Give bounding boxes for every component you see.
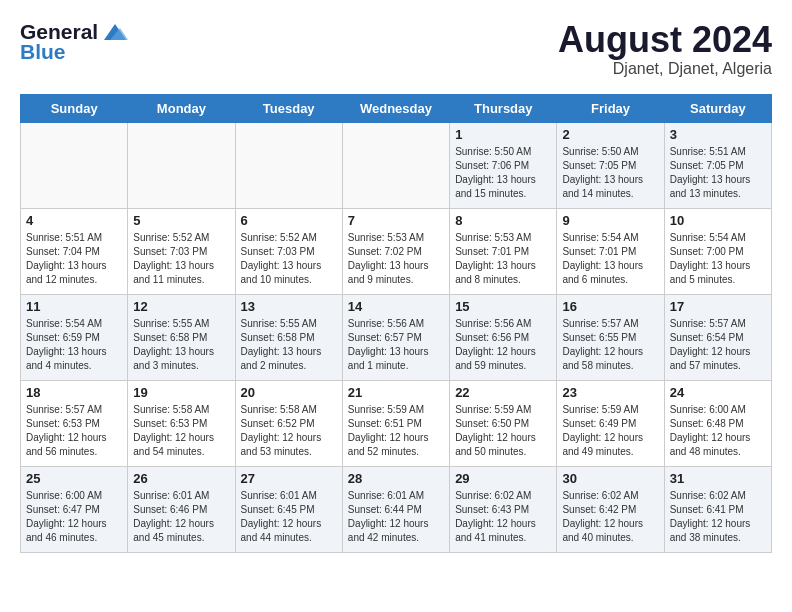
day-number: 14 [348,299,444,314]
weekday-header: Monday [128,94,235,122]
day-number: 13 [241,299,337,314]
cell-sun-info: Sunrise: 6:00 AM Sunset: 6:48 PM Dayligh… [670,403,766,459]
calendar-week-row: 4Sunrise: 5:51 AM Sunset: 7:04 PM Daylig… [21,208,772,294]
calendar-cell: 30Sunrise: 6:02 AM Sunset: 6:42 PM Dayli… [557,466,664,552]
cell-sun-info: Sunrise: 5:50 AM Sunset: 7:06 PM Dayligh… [455,145,551,201]
calendar-week-row: 25Sunrise: 6:00 AM Sunset: 6:47 PM Dayli… [21,466,772,552]
weekday-header-row: SundayMondayTuesdayWednesdayThursdayFrid… [21,94,772,122]
cell-sun-info: Sunrise: 5:54 AM Sunset: 6:59 PM Dayligh… [26,317,122,373]
calendar-cell: 9Sunrise: 5:54 AM Sunset: 7:01 PM Daylig… [557,208,664,294]
calendar-cell: 18Sunrise: 5:57 AM Sunset: 6:53 PM Dayli… [21,380,128,466]
cell-sun-info: Sunrise: 6:02 AM Sunset: 6:41 PM Dayligh… [670,489,766,545]
day-number: 17 [670,299,766,314]
day-number: 26 [133,471,229,486]
cell-sun-info: Sunrise: 5:52 AM Sunset: 7:03 PM Dayligh… [133,231,229,287]
day-number: 30 [562,471,658,486]
calendar-cell: 12Sunrise: 5:55 AM Sunset: 6:58 PM Dayli… [128,294,235,380]
weekday-header: Tuesday [235,94,342,122]
cell-sun-info: Sunrise: 5:50 AM Sunset: 7:05 PM Dayligh… [562,145,658,201]
calendar-cell: 7Sunrise: 5:53 AM Sunset: 7:02 PM Daylig… [342,208,449,294]
cell-sun-info: Sunrise: 6:01 AM Sunset: 6:46 PM Dayligh… [133,489,229,545]
day-number: 4 [26,213,122,228]
calendar-cell: 26Sunrise: 6:01 AM Sunset: 6:46 PM Dayli… [128,466,235,552]
cell-sun-info: Sunrise: 5:52 AM Sunset: 7:03 PM Dayligh… [241,231,337,287]
cell-sun-info: Sunrise: 5:54 AM Sunset: 7:00 PM Dayligh… [670,231,766,287]
cell-sun-info: Sunrise: 5:58 AM Sunset: 6:52 PM Dayligh… [241,403,337,459]
calendar-cell: 11Sunrise: 5:54 AM Sunset: 6:59 PM Dayli… [21,294,128,380]
calendar-cell: 13Sunrise: 5:55 AM Sunset: 6:58 PM Dayli… [235,294,342,380]
cell-sun-info: Sunrise: 5:59 AM Sunset: 6:50 PM Dayligh… [455,403,551,459]
day-number: 28 [348,471,444,486]
cell-sun-info: Sunrise: 6:01 AM Sunset: 6:44 PM Dayligh… [348,489,444,545]
calendar-cell [342,122,449,208]
title-block: August 2024 Djanet, Djanet, Algeria [558,20,772,78]
day-number: 31 [670,471,766,486]
cell-sun-info: Sunrise: 5:53 AM Sunset: 7:02 PM Dayligh… [348,231,444,287]
calendar-cell: 31Sunrise: 6:02 AM Sunset: 6:41 PM Dayli… [664,466,771,552]
calendar-cell [21,122,128,208]
day-number: 29 [455,471,551,486]
cell-sun-info: Sunrise: 5:53 AM Sunset: 7:01 PM Dayligh… [455,231,551,287]
day-number: 22 [455,385,551,400]
weekday-header: Wednesday [342,94,449,122]
cell-sun-info: Sunrise: 5:51 AM Sunset: 7:04 PM Dayligh… [26,231,122,287]
cell-sun-info: Sunrise: 5:54 AM Sunset: 7:01 PM Dayligh… [562,231,658,287]
cell-sun-info: Sunrise: 5:55 AM Sunset: 6:58 PM Dayligh… [133,317,229,373]
day-number: 9 [562,213,658,228]
logo-icon [100,22,130,42]
cell-sun-info: Sunrise: 6:02 AM Sunset: 6:42 PM Dayligh… [562,489,658,545]
weekday-header: Sunday [21,94,128,122]
day-number: 18 [26,385,122,400]
calendar-week-row: 1Sunrise: 5:50 AM Sunset: 7:06 PM Daylig… [21,122,772,208]
calendar-cell [128,122,235,208]
cell-sun-info: Sunrise: 6:02 AM Sunset: 6:43 PM Dayligh… [455,489,551,545]
day-number: 25 [26,471,122,486]
day-number: 27 [241,471,337,486]
day-number: 7 [348,213,444,228]
day-number: 6 [241,213,337,228]
calendar-cell: 24Sunrise: 6:00 AM Sunset: 6:48 PM Dayli… [664,380,771,466]
calendar-cell: 19Sunrise: 5:58 AM Sunset: 6:53 PM Dayli… [128,380,235,466]
cell-sun-info: Sunrise: 5:58 AM Sunset: 6:53 PM Dayligh… [133,403,229,459]
calendar-cell: 25Sunrise: 6:00 AM Sunset: 6:47 PM Dayli… [21,466,128,552]
day-number: 8 [455,213,551,228]
calendar-cell: 16Sunrise: 5:57 AM Sunset: 6:55 PM Dayli… [557,294,664,380]
day-number: 11 [26,299,122,314]
location: Djanet, Djanet, Algeria [558,60,772,78]
calendar-cell: 21Sunrise: 5:59 AM Sunset: 6:51 PM Dayli… [342,380,449,466]
day-number: 10 [670,213,766,228]
cell-sun-info: Sunrise: 5:55 AM Sunset: 6:58 PM Dayligh… [241,317,337,373]
calendar-cell: 22Sunrise: 5:59 AM Sunset: 6:50 PM Dayli… [450,380,557,466]
calendar-cell [235,122,342,208]
day-number: 21 [348,385,444,400]
day-number: 1 [455,127,551,142]
day-number: 16 [562,299,658,314]
logo-blue: Blue [20,40,66,64]
calendar-cell: 14Sunrise: 5:56 AM Sunset: 6:57 PM Dayli… [342,294,449,380]
cell-sun-info: Sunrise: 5:57 AM Sunset: 6:54 PM Dayligh… [670,317,766,373]
calendar-table: SundayMondayTuesdayWednesdayThursdayFrid… [20,94,772,553]
calendar-week-row: 18Sunrise: 5:57 AM Sunset: 6:53 PM Dayli… [21,380,772,466]
logo: General Blue [20,20,130,64]
day-number: 3 [670,127,766,142]
cell-sun-info: Sunrise: 5:57 AM Sunset: 6:55 PM Dayligh… [562,317,658,373]
calendar-cell: 27Sunrise: 6:01 AM Sunset: 6:45 PM Dayli… [235,466,342,552]
cell-sun-info: Sunrise: 5:56 AM Sunset: 6:57 PM Dayligh… [348,317,444,373]
day-number: 5 [133,213,229,228]
cell-sun-info: Sunrise: 5:51 AM Sunset: 7:05 PM Dayligh… [670,145,766,201]
day-number: 2 [562,127,658,142]
cell-sun-info: Sunrise: 5:57 AM Sunset: 6:53 PM Dayligh… [26,403,122,459]
cell-sun-info: Sunrise: 5:56 AM Sunset: 6:56 PM Dayligh… [455,317,551,373]
calendar-cell: 4Sunrise: 5:51 AM Sunset: 7:04 PM Daylig… [21,208,128,294]
calendar-week-row: 11Sunrise: 5:54 AM Sunset: 6:59 PM Dayli… [21,294,772,380]
calendar-cell: 29Sunrise: 6:02 AM Sunset: 6:43 PM Dayli… [450,466,557,552]
calendar-cell: 28Sunrise: 6:01 AM Sunset: 6:44 PM Dayli… [342,466,449,552]
day-number: 19 [133,385,229,400]
cell-sun-info: Sunrise: 6:01 AM Sunset: 6:45 PM Dayligh… [241,489,337,545]
weekday-header: Friday [557,94,664,122]
calendar-cell: 5Sunrise: 5:52 AM Sunset: 7:03 PM Daylig… [128,208,235,294]
cell-sun-info: Sunrise: 5:59 AM Sunset: 6:49 PM Dayligh… [562,403,658,459]
calendar-cell: 23Sunrise: 5:59 AM Sunset: 6:49 PM Dayli… [557,380,664,466]
calendar-cell: 3Sunrise: 5:51 AM Sunset: 7:05 PM Daylig… [664,122,771,208]
calendar-cell: 15Sunrise: 5:56 AM Sunset: 6:56 PM Dayli… [450,294,557,380]
